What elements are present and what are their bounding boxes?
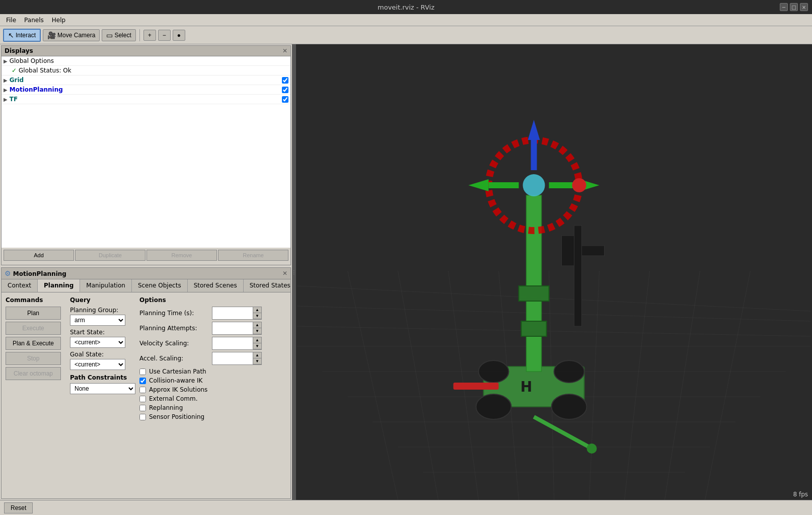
accel-scaling-down[interactable]: ▼	[253, 358, 261, 364]
accel-scaling-up[interactable]: ▲	[253, 352, 261, 358]
tab-manipulation[interactable]: Manipulation	[80, 279, 132, 292]
3d-viewport[interactable]: H	[296, 44, 812, 500]
tabs-bar: Context Planning Manipulation Scene Obje…	[2, 279, 290, 292]
svg-rect-27	[519, 286, 549, 301]
tab-context[interactable]: Context	[2, 279, 38, 292]
velocity-scaling-up[interactable]: ▲	[253, 337, 261, 343]
planning-group-label: Planning Group:	[70, 307, 135, 314]
accel-scaling-input[interactable]: 1.00	[212, 352, 253, 364]
goal-state-select[interactable]: <current>	[70, 359, 125, 370]
stop-button[interactable]: Stop	[6, 352, 61, 365]
planning-group-select[interactable]: arm	[70, 315, 125, 326]
grid-checkbox[interactable]	[282, 77, 288, 84]
clear-octomap-button[interactable]: Clear octomap	[6, 367, 61, 380]
grid-arrow[interactable]: ▶	[4, 78, 8, 83]
planning-attempts-label: Planning Attempts:	[139, 325, 210, 332]
path-constraints-select[interactable]: None	[70, 383, 135, 394]
tab-planning[interactable]: Planning	[38, 279, 80, 292]
displays-panel: Displays ✕ ▶ Global Options ✓ Global Sta…	[1, 45, 291, 265]
move-camera-button[interactable]: 🎥 Move Camera	[43, 29, 100, 41]
interact-button[interactable]: ↖ Interact	[3, 29, 41, 42]
tab-stored-scenes[interactable]: Stored Scenes	[188, 279, 244, 292]
tf-name: TF	[10, 96, 280, 103]
collision-aware-ik-checkbox[interactable]	[139, 378, 146, 384]
motion-panel-title: ⚙ MotionPlanning	[5, 269, 66, 277]
remove-display-button[interactable]: Remove	[146, 250, 217, 261]
planning-time-label: Planning Time (s):	[139, 310, 210, 317]
zoom-out-button[interactable]: −	[158, 30, 171, 41]
duplicate-display-button[interactable]: Duplicate	[75, 250, 145, 261]
plan-execute-button[interactable]: Plan & Execute	[6, 337, 61, 350]
rename-display-button[interactable]: Rename	[218, 250, 288, 261]
dot-button[interactable]: ●	[173, 30, 185, 41]
zoom-in-button[interactable]: +	[143, 30, 156, 41]
dot-icon: ●	[177, 32, 181, 39]
accel-scaling-spinbox-btns: ▲ ▼	[253, 352, 261, 364]
tf-checkbox[interactable]	[282, 96, 288, 103]
displays-panel-header: Displays ✕	[2, 46, 290, 56]
resize-handle[interactable]: ⋮	[292, 44, 296, 500]
select-button[interactable]: ▭ Select	[102, 29, 135, 41]
velocity-scaling-input[interactable]: 1.00	[212, 337, 253, 349]
tf-arrow[interactable]: ▶	[4, 97, 8, 102]
svg-point-22	[479, 360, 509, 383]
motion-panel-header: ⚙ MotionPlanning ✕	[2, 268, 290, 279]
menu-panels[interactable]: Panels	[20, 16, 48, 25]
external-comm-label: External Comm.	[149, 395, 198, 402]
approx-ik-checkbox[interactable]	[139, 387, 146, 393]
planning-time-spinbox: 5.0 ▲ ▼	[212, 307, 262, 320]
planning-time-up[interactable]: ▲	[253, 307, 261, 313]
checkboxes-group: Use Cartesian Path Collision-aware IK Ap…	[139, 368, 265, 420]
commands-section: Commands Plan Execute Plan & Execute Sto…	[6, 297, 66, 422]
path-constraints-label: Path Constraints	[70, 374, 135, 381]
maximize-button[interactable]: □	[790, 3, 798, 11]
displays-close-button[interactable]: ✕	[282, 47, 287, 54]
motion-panel-icon: ⚙	[5, 269, 11, 277]
displays-title: Displays	[5, 47, 33, 54]
start-state-select[interactable]: <current>	[70, 337, 125, 348]
cartesian-path-row: Use Cartesian Path	[139, 368, 265, 375]
external-comm-checkbox[interactable]	[139, 396, 146, 402]
motion-planning-checkbox[interactable]	[282, 87, 288, 93]
svg-rect-25	[527, 195, 542, 372]
menu-file[interactable]: File	[2, 16, 20, 25]
start-state-label: Start State:	[70, 329, 135, 336]
planning-time-input[interactable]: 5.0	[212, 307, 253, 319]
tab-stored-states[interactable]: Stored States	[244, 279, 290, 292]
svg-rect-29	[562, 236, 574, 266]
planning-attempts-down[interactable]: ▼	[253, 328, 261, 334]
planning-tab-content: Commands Plan Execute Plan & Execute Sto…	[2, 292, 290, 498]
sensor-positioning-checkbox[interactable]	[139, 414, 146, 420]
svg-point-20	[476, 394, 511, 419]
goal-state-label: Goal State:	[70, 351, 135, 358]
execute-button[interactable]: Execute	[6, 322, 61, 335]
add-display-button[interactable]: Add	[4, 250, 74, 261]
minimize-button[interactable]: −	[780, 3, 788, 11]
global-status-name: Global Status: Ok	[19, 67, 288, 74]
motion-panel-title-text: MotionPlanning	[13, 270, 66, 277]
menu-help[interactable]: Help	[48, 16, 69, 25]
display-item-global-status: ✓ Global Status: Ok	[2, 66, 290, 76]
approx-ik-row: Approx IK Solutions	[139, 386, 265, 393]
accel-scaling-label: Accel. Scaling:	[139, 355, 210, 362]
tab-scene-objects[interactable]: Scene Objects	[132, 279, 188, 292]
velocity-scaling-down[interactable]: ▼	[253, 343, 261, 349]
motion-planning-arrow[interactable]: ▶	[4, 87, 8, 93]
reset-button[interactable]: Reset	[4, 502, 33, 513]
planning-attempts-input[interactable]: 10	[212, 322, 253, 334]
accel-scaling-spinbox: 1.00 ▲ ▼	[212, 352, 262, 365]
plan-button[interactable]: Plan	[6, 307, 61, 320]
sensor-positioning-label: Sensor Positioning	[149, 413, 204, 420]
planning-attempts-up[interactable]: ▲	[253, 322, 261, 328]
replanning-row: Replanning	[139, 404, 265, 411]
planning-attempts-spinbox: 10 ▲ ▼	[212, 322, 262, 335]
external-comm-row: External Comm.	[139, 395, 265, 402]
planning-time-down[interactable]: ▼	[253, 313, 261, 319]
svg-rect-33	[454, 383, 499, 390]
replanning-checkbox[interactable]	[139, 405, 146, 411]
cartesian-path-checkbox[interactable]	[139, 369, 146, 375]
global-options-arrow[interactable]: ▶	[4, 58, 8, 64]
close-button[interactable]: ×	[800, 3, 808, 11]
motion-panel-close-button[interactable]: ✕	[282, 270, 287, 277]
motion-planning-name: MotionPlanning	[10, 86, 280, 93]
